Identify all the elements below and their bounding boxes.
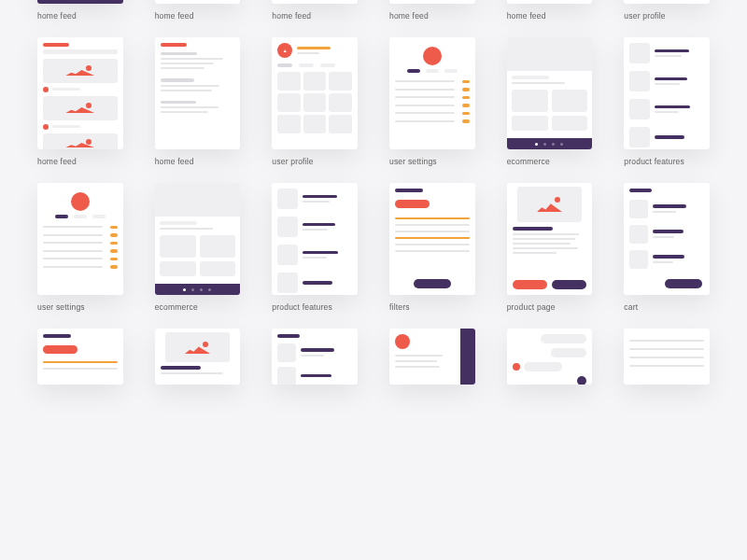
wireframe-cell[interactable]: ecommerce — [507, 37, 593, 166]
wireframe-cell[interactable]: product page — [507, 183, 593, 312]
wireframe-cell[interactable]: user profile — [624, 0, 710, 21]
wireframe-cell[interactable]: user settings — [37, 183, 123, 312]
wireframe-cell[interactable]: ▲ user profile — [272, 37, 358, 166]
wireframe-grid: home feed home feed home feed home feed … — [0, 0, 747, 403]
wireframe-cell[interactable]: product features — [624, 37, 710, 166]
wireframe-cell[interactable]: home feed — [507, 0, 593, 21]
wireframe-cell[interactable] — [389, 329, 475, 385]
wireframe-cell[interactable] — [272, 329, 358, 385]
wireframe-cell[interactable]: home feed — [155, 0, 241, 21]
wireframe-cell[interactable]: filters — [389, 183, 475, 312]
wireframe-cell[interactable] — [37, 329, 123, 385]
wireframe-cell[interactable] — [624, 329, 710, 385]
wireframe-cell[interactable]: home feed — [272, 0, 358, 21]
wireframe-card — [37, 0, 123, 4]
wireframe-cell[interactable]: home feed — [155, 37, 241, 166]
wireframe-cell[interactable]: home feed — [389, 0, 475, 21]
wireframe-cell[interactable] — [155, 329, 241, 385]
wireframe-cell[interactable]: user settings — [389, 37, 475, 166]
wireframe-cell[interactable]: product features — [272, 183, 358, 312]
card-label: home feed — [37, 11, 123, 21]
wireframe-cell[interactable]: cart — [624, 183, 710, 312]
wireframe-cell[interactable]: home feed — [37, 37, 123, 166]
wireframe-cell[interactable]: home feed — [37, 0, 123, 21]
wireframe-cell[interactable]: ecommerce — [155, 183, 241, 312]
wireframe-cell[interactable] — [507, 329, 593, 385]
